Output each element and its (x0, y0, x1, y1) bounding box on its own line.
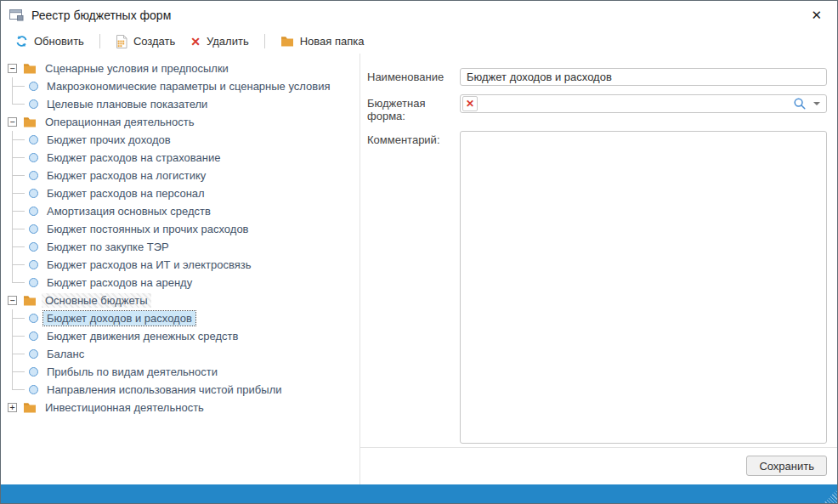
name-row: Наименование (367, 68, 827, 86)
budget-form-row: Бюджетная форма: ✕ (367, 94, 827, 122)
tree-item[interactable]: Бюджет прочих доходов (12, 131, 360, 149)
registry-window: Реестр бюджетных форм ✕ Обновить (0, 0, 838, 504)
toolbar: Обновить Создать ✕ Удалить (1, 29, 837, 54)
save-button[interactable]: Сохранить (746, 456, 827, 476)
tree-item[interactable]: Бюджет по закупке ТЭР (12, 238, 360, 256)
comment-label: Комментарий: (367, 131, 460, 444)
tree-connector (12, 131, 29, 149)
folder-icon (280, 36, 294, 47)
dropdown-arrow-icon[interactable] (813, 102, 820, 105)
tree-item-label: Бюджет расходов на логистику (43, 168, 209, 183)
tree-connector (12, 381, 29, 399)
tree-item[interactable]: Бюджет расходов на аренду (12, 274, 360, 292)
tree-folder-label: Операционная деятельность (42, 115, 197, 129)
item-circle-icon (29, 314, 38, 323)
page-title: Реестр бюджетных форм (31, 8, 171, 22)
tree-item[interactable]: Бюджет расходов на логистику (12, 167, 360, 184)
tree-folder-label: Основные бюджеты (42, 293, 151, 308)
item-circle-icon (29, 224, 38, 234)
tree-item-label: Макроэкономические параметры и сценарные… (43, 79, 334, 93)
tree-item-label: Амортизация основных средств (43, 204, 214, 218)
item-circle-icon (29, 189, 38, 198)
tree-connector (12, 202, 29, 220)
tree-connector (12, 309, 29, 327)
tree-connector (12, 238, 29, 256)
tree-item-label: Бюджет прочих доходов (43, 133, 174, 147)
tree-item[interactable]: Бюджет расходов на ИТ и электросвязь (12, 256, 360, 274)
item-circle-icon (29, 99, 38, 109)
tree-item-label: Бюджет расходов на персонал (43, 186, 208, 201)
folder-icon (23, 295, 37, 306)
tree-connector (12, 345, 29, 363)
tree-item-label: Баланс (43, 347, 88, 361)
tree-item-label: Направления использования чистой прибыли (43, 382, 285, 397)
comment-row: Комментарий: (367, 131, 827, 444)
tree: −Сценарные условия и предпосылкиМакроэко… (1, 54, 360, 484)
title-bar: Реестр бюджетных форм ✕ (1, 1, 837, 29)
tree-item[interactable]: Прибыль по видам деятельности (12, 363, 360, 381)
folder-icon (23, 116, 37, 127)
collapse-toggle-icon[interactable]: − (8, 296, 17, 305)
tree-item[interactable]: Целевые плановые показатели (12, 95, 360, 113)
tree-item-label: Целевые плановые показатели (43, 97, 211, 111)
clear-button[interactable]: ✕ (462, 96, 478, 111)
tree-item-label: Бюджет по закупке ТЭР (43, 240, 173, 254)
item-circle-icon (29, 278, 38, 287)
main-area: −Сценарные условия и предпосылкиМакроэко… (1, 54, 837, 484)
tree-connector (12, 363, 29, 381)
create-button[interactable]: Создать (108, 32, 183, 51)
item-circle-icon (29, 153, 38, 162)
tree-item[interactable]: Направления использования чистой прибыли (12, 381, 360, 399)
close-button[interactable]: ✕ (807, 7, 825, 23)
budget-form-combobox[interactable]: ✕ (460, 94, 827, 113)
item-circle-icon (29, 385, 38, 394)
tree-item[interactable]: Бюджет постоянных и прочих расходов (12, 220, 360, 238)
tree-folder[interactable]: −Основные бюджеты (8, 292, 360, 309)
button-bar: Сохранить (367, 448, 827, 484)
tree-item[interactable]: Макроэкономические параметры и сценарные… (12, 77, 360, 95)
tree-connector (12, 274, 29, 292)
tree-item[interactable]: Бюджет движения денежных средств (12, 327, 360, 345)
name-label: Наименование (367, 68, 460, 86)
refresh-button[interactable]: Обновить (8, 32, 92, 50)
tree-item[interactable]: Бюджет доходов и расходов (12, 309, 360, 327)
comment-textarea[interactable] (460, 131, 827, 444)
tree-item[interactable]: Бюджет расходов на страхование (12, 149, 360, 167)
item-circle-icon (29, 135, 38, 144)
delete-label: Удалить (207, 35, 249, 48)
tree-folder[interactable]: −Операционная деятельность (8, 113, 360, 131)
folder-icon (23, 63, 37, 74)
tree-connector (12, 95, 29, 113)
tree-connector (12, 327, 29, 345)
tree-connector (12, 149, 29, 167)
tree-item-label: Бюджет расходов на аренду (43, 275, 195, 290)
search-icon[interactable] (793, 97, 807, 110)
new-folder-label: Новая папка (300, 35, 365, 48)
expand-toggle-icon[interactable]: + (8, 403, 17, 412)
item-circle-icon (29, 260, 38, 269)
collapse-toggle-icon[interactable]: − (8, 64, 17, 73)
item-circle-icon (29, 367, 38, 377)
form-panel: Наименование Бюджетная форма: ✕ (360, 54, 837, 484)
item-circle-icon (29, 349, 38, 359)
create-label: Создать (133, 35, 175, 48)
tree-item[interactable]: Амортизация основных средств (12, 202, 360, 220)
tree-folder[interactable]: +Инвестиционная деятельность (8, 399, 360, 416)
toolbar-separator (99, 34, 100, 48)
tree-folder-label: Инвестиционная деятельность (42, 400, 207, 415)
tree-folder[interactable]: −Сценарные условия и предпосылки (8, 59, 360, 77)
collapse-toggle-icon[interactable]: − (8, 117, 17, 127)
tree-item-label: Бюджет движения денежных средств (43, 329, 241, 343)
tree-item-label: Бюджет расходов на страхование (43, 150, 224, 165)
name-input[interactable] (460, 68, 827, 86)
toolbar-separator (264, 34, 265, 48)
create-form-icon (116, 35, 127, 48)
resize-grip[interactable] (824, 490, 837, 503)
status-bar (1, 484, 837, 503)
tree-item[interactable]: Баланс (12, 345, 360, 363)
item-circle-icon (29, 207, 38, 216)
delete-button[interactable]: ✕ Удалить (183, 32, 256, 50)
new-folder-button[interactable]: Новая папка (273, 32, 372, 50)
tree-folder-label: Сценарные условия и предпосылки (42, 61, 232, 76)
tree-item[interactable]: Бюджет расходов на персонал (12, 184, 360, 202)
